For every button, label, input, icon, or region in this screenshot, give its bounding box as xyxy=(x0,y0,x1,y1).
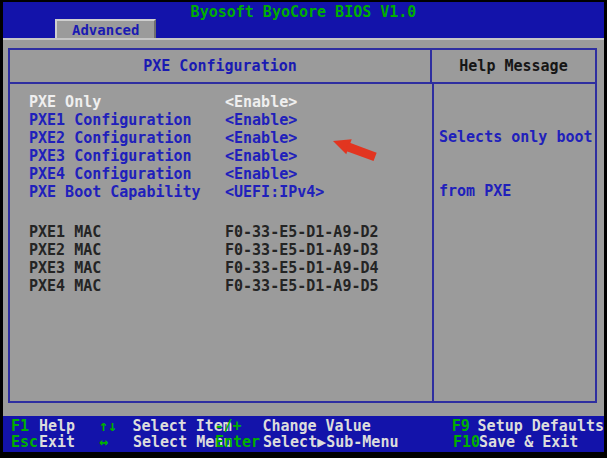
setting-value[interactable]: <Enable> xyxy=(225,129,297,147)
hotkey-row: Esc Exit ↔ Select Menu Enter Select▶Sub-… xyxy=(3,434,604,450)
bios-title: Byosoft ByoCore BIOS V1.0 xyxy=(3,4,604,20)
hotkey-minus-plus: -/+ xyxy=(215,418,263,434)
hotkey-minus-plus-action: Change Value xyxy=(262,418,451,434)
help-line: from PXE xyxy=(439,182,591,200)
setting-label: PXE2 Configuration xyxy=(10,129,225,147)
setting-row-pxe-boot-capability[interactable]: PXE Boot Capability <UEFI:IPv4> xyxy=(10,183,432,201)
mac-value: F0-33-E5-D1-A9-D2 xyxy=(225,223,379,241)
panel-body: PXE Only <Enable> PXE1 Configuration <En… xyxy=(10,84,595,401)
mac-value: F0-33-E5-D1-A9-D3 xyxy=(225,241,379,259)
mac-label: PXE4 MAC xyxy=(10,277,225,295)
hotkey-leftright: ↔ xyxy=(99,434,133,450)
panel-title: PXE Configuration xyxy=(10,50,430,82)
hotkey-f1-action: Help xyxy=(39,418,99,434)
help-line: Selects only boot xyxy=(439,128,591,146)
help-message-panel: Selects only boot from PXE xyxy=(432,84,595,401)
setting-value[interactable]: <Enable> xyxy=(225,111,297,129)
setting-row-pxe2-configuration[interactable]: PXE2 Configuration <Enable> xyxy=(10,129,432,147)
hotkey-esc: Esc xyxy=(11,434,39,450)
bios-screen: Byosoft ByoCore BIOS V1.0 Advanced PXE C… xyxy=(0,0,607,458)
setting-label: PXE Boot Capability xyxy=(10,183,225,201)
mac-label: PXE3 MAC xyxy=(10,259,225,277)
setting-label: PXE1 Configuration xyxy=(10,111,225,129)
hotkey-f9: F9 xyxy=(452,418,478,434)
panel-header: PXE Configuration Help Message xyxy=(10,50,595,84)
mac-value: F0-33-E5-D1-A9-D5 xyxy=(225,277,379,295)
setting-value[interactable]: <Enable> xyxy=(225,147,297,165)
setting-label: PXE3 Configuration xyxy=(10,147,225,165)
mac-row-pxe1: PXE1 MAC F0-33-E5-D1-A9-D2 xyxy=(10,223,432,241)
hotkey-bar: F1 Help ↑↓ Select Item -/+ Change Value … xyxy=(3,416,604,452)
setting-row-pxe4-configuration[interactable]: PXE4 Configuration <Enable> xyxy=(10,165,432,183)
setting-row-pxe1-configuration[interactable]: PXE1 Configuration <Enable> xyxy=(10,111,432,129)
mac-row-pxe4: PXE4 MAC F0-33-E5-D1-A9-D5 xyxy=(10,277,432,295)
setting-value[interactable]: <UEFI:IPv4> xyxy=(225,183,324,201)
hotkey-leftright-action: Select Menu xyxy=(133,434,215,450)
mac-row-pxe3: PXE3 MAC F0-33-E5-D1-A9-D4 xyxy=(10,259,432,277)
setting-label: PXE4 Configuration xyxy=(10,165,225,183)
hotkey-f9-action: Setup Defaults xyxy=(478,418,604,434)
setting-label: PXE Only xyxy=(10,93,225,111)
setting-value[interactable]: <Enable> xyxy=(225,165,297,183)
tab-advanced[interactable]: Advanced xyxy=(55,19,156,38)
pxe-configuration-panel: PXE Configuration Help Message PXE Only … xyxy=(8,48,597,403)
hotkey-esc-action: Exit xyxy=(39,434,99,450)
help-message-header: Help Message xyxy=(430,50,595,82)
mac-label: PXE2 MAC xyxy=(10,241,225,259)
setting-row-pxe3-configuration[interactable]: PXE3 Configuration <Enable> xyxy=(10,147,432,165)
hotkey-updown: ↑↓ xyxy=(99,418,133,434)
hotkey-row: F1 Help ↑↓ Select Item -/+ Change Value … xyxy=(3,418,604,434)
hotkey-f10: F10 xyxy=(453,434,479,450)
bios-inner-frame: Byosoft ByoCore BIOS V1.0 Advanced PXE C… xyxy=(3,2,604,452)
setting-row-pxe-only[interactable]: PXE Only <Enable> xyxy=(10,93,432,111)
hotkey-enter: Enter xyxy=(215,434,263,450)
bios-content-area: PXE Configuration Help Message PXE Only … xyxy=(3,38,604,416)
settings-list: PXE Only <Enable> PXE1 Configuration <En… xyxy=(10,84,432,401)
hotkey-f10-action: Save & Exit xyxy=(479,434,604,450)
mac-address-list: PXE1 MAC F0-33-E5-D1-A9-D2 PXE2 MAC F0-3… xyxy=(10,223,432,295)
hotkey-updown-action: Select Item xyxy=(133,418,215,434)
mac-row-pxe2: PXE2 MAC F0-33-E5-D1-A9-D3 xyxy=(10,241,432,259)
setting-value[interactable]: <Enable> xyxy=(225,93,297,111)
hotkey-enter-action: Select▶Sub-Menu xyxy=(263,434,453,450)
mac-label: PXE1 MAC xyxy=(10,223,225,241)
mac-value: F0-33-E5-D1-A9-D4 xyxy=(225,259,379,277)
hotkey-f1: F1 xyxy=(11,418,39,434)
